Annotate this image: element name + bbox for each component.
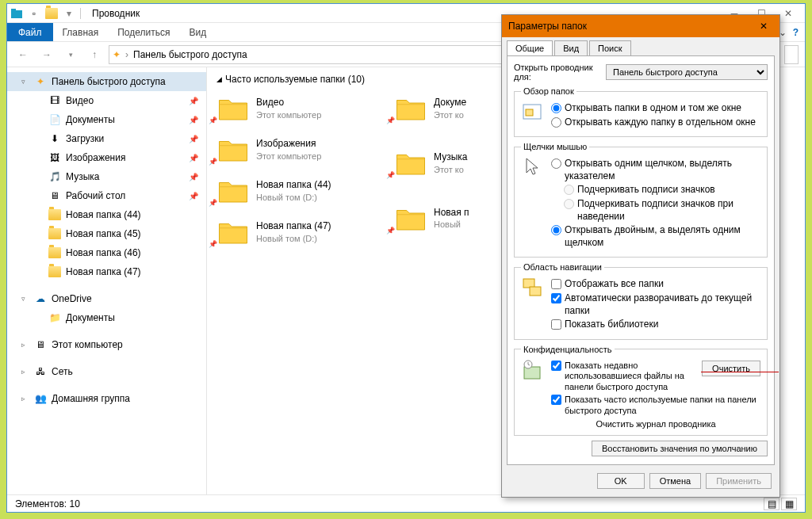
clear-button[interactable]: Очистить [702,361,760,376]
qat-properties-icon[interactable]: ▫ [28,7,40,20]
radio-double-click[interactable]: Открывать двойным, а выделять одним щелч… [551,224,760,249]
sidebar-onedrive[interactable]: ▿☁OneDrive [7,289,206,308]
sidebar-network[interactable]: ▹🖧Сеть [7,362,206,381]
large-icons-view-button[interactable]: ▦ [781,498,797,510]
folder-options-dialog: Параметры папок ✕ Общие Вид Поиск Открыт… [501,14,780,498]
dialog-close-button[interactable]: ✕ [754,21,773,32]
clear-history-label: Очистить журнал проводника [551,419,760,429]
folder-tile[interactable]: 📌 МузыкаЭтот ко [394,144,481,182]
ok-button[interactable]: OK [597,473,645,489]
downloads-icon: ⬇ [48,132,61,145]
folder-icon [48,265,61,278]
check-auto-expand[interactable]: Автоматически разворачивать до текущей п… [551,292,760,317]
radio-same-window[interactable]: Открывать папки в одном и том же окне [551,102,760,115]
click-group: Щелчки мышью Открывать одним щелчком, вы… [514,142,768,258]
pin-icon: 📌 [209,158,217,166]
help-icon[interactable]: ? [793,27,799,38]
folder-tile[interactable]: 📌 ИзображенияЭтот компьютер [216,131,343,169]
window-title: Проводник [92,8,140,19]
tab-share[interactable]: Поделиться [108,23,179,41]
check-show-libraries[interactable]: Показать библиотеки [551,319,760,331]
sidebar-item-folder[interactable]: Новая папка (46) [7,243,206,262]
check-frequent-folders[interactable] [551,395,561,405]
folder-location: Новый том (D:) [256,233,331,244]
sidebar-item-music[interactable]: 🎵Музыка📌 [7,167,206,186]
sidebar-item-documents[interactable]: 📄Документы📌 [7,110,206,129]
apply-button[interactable]: Применить [706,473,772,489]
cancel-button[interactable]: Отмена [649,473,701,489]
sidebar: ▿ ✦ Панель быстрого доступа 🎞Видео📌 📄Док… [7,67,207,494]
sidebar-onedrive-documents[interactable]: 📁Документы [7,308,206,327]
folder-icon [216,133,250,166]
open-explorer-select[interactable]: Панель быстрого доступа [606,64,768,80]
breadcrumb[interactable]: Панель быстрого доступа [133,49,247,60]
check-recent-files[interactable] [551,361,561,371]
dialog-footer: OK Отмена Применить [502,465,779,497]
chevron-right-icon[interactable]: ▹ [21,395,25,403]
pin-icon: 📌 [209,240,217,248]
chevron-down-icon[interactable]: ▿ [21,295,25,303]
check-show-all-folders[interactable]: Отображать все папки [551,278,760,291]
folder-tile[interactable]: 📌 Новая пНовый [394,200,481,238]
chevron-down-icon[interactable]: ▿ [21,78,25,86]
folder-tile[interactable]: 📌 ДокумеЭтот ко [394,90,481,128]
video-icon: 🎞 [48,94,61,107]
sidebar-homegroup[interactable]: ▹👥Домашняя группа [7,389,206,408]
details-view-button[interactable]: ▤ [764,498,779,510]
folder-tile[interactable]: 📌 Новая папка (44)Новый том (D:) [216,172,343,210]
folder-icon [48,227,61,240]
tab-view[interactable]: Вид [554,40,588,55]
svg-rect-1 [11,9,16,11]
sidebar-item-downloads[interactable]: ⬇Загрузки📌 [7,129,206,148]
tab-view[interactable]: Вид [179,23,216,41]
nav-icon [521,277,545,300]
status-items: Элементов: 10 [15,498,80,509]
star-icon: ✦ [113,49,121,60]
qat-dropdown-icon[interactable]: ▾ [63,7,75,20]
svg-rect-3 [526,109,533,116]
sidebar-item-pictures[interactable]: 🖼Изображения📌 [7,148,206,167]
history-dropdown[interactable]: ▾ [61,45,80,64]
chevron-right-icon[interactable]: ▹ [21,341,25,349]
chevron-right-icon[interactable]: ▹ [21,368,25,376]
sidebar-item-video[interactable]: 🎞Видео📌 [7,91,206,110]
sidebar-item-folder[interactable]: Новая папка (47) [7,262,206,281]
folder-icon [48,208,61,221]
search-input[interactable] [784,45,799,64]
annotation-underline [701,372,779,372]
tab-home[interactable]: Главная [53,23,109,41]
radio-new-window[interactable]: Открывать каждую папку в отдельном окне [551,116,760,129]
folder-location: Новый том (D:) [256,192,331,203]
folder-tile[interactable]: 📌 Новая папка (47)Новый том (D:) [216,213,343,251]
cursor-icon [521,156,545,180]
sidebar-item-folder[interactable]: Новая папка (44) [7,205,206,224]
tab-general[interactable]: Общие [507,40,553,55]
forward-button[interactable]: → [37,45,56,64]
qat-newfolder-icon[interactable] [45,7,58,20]
computer-icon: 🖥 [34,338,47,351]
pin-icon: 📌 [189,116,198,124]
sidebar-thispc[interactable]: ▹🖥Этот компьютер [7,335,206,354]
back-button[interactable]: ← [13,45,33,64]
network-icon: 🖧 [34,365,47,378]
folder-name: Новая папка (44) [256,179,331,192]
radio-single-click[interactable]: Открывать одним щелчком, выделять указат… [551,158,760,182]
tab-search[interactable]: Поиск [589,40,630,55]
folder-tile[interactable]: 📌 ВидеоЭтот компьютер [216,90,343,128]
navigation-group: Область навигации Отображать все папки А… [514,262,768,339]
radio-underline-always: Подчеркивать подписи значков [551,184,760,197]
pin-icon: 📌 [386,171,395,179]
sidebar-item-folder[interactable]: Новая папка (45) [7,224,206,243]
folder-name: Изображения [256,138,321,151]
pin-icon: 📌 [386,227,395,235]
documents-icon: 📄 [48,113,61,126]
svg-rect-0 [11,10,22,18]
folder-icon [216,216,250,249]
up-button[interactable]: ↑ [85,45,104,64]
restore-defaults-button[interactable]: Восстановить значения по умолчанию [592,441,768,456]
sidebar-quick-access[interactable]: ▿ ✦ Панель быстрого доступа [7,72,206,91]
file-tab[interactable]: Файл [7,23,53,41]
folder-icon [48,246,61,259]
pin-icon: 📌 [209,116,217,124]
sidebar-item-desktop[interactable]: 🖥Рабочий стол📌 [7,186,206,205]
